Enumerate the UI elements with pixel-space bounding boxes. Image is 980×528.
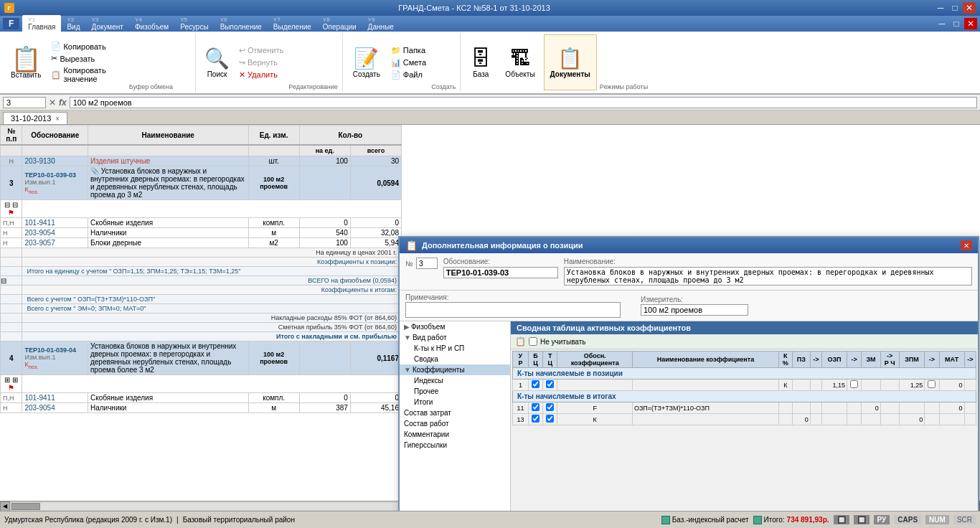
estimate-button[interactable]: 📊 Смета (389, 57, 428, 68)
copy-value-button[interactable]: 📋 Копировать значение (49, 65, 108, 84)
tab-execution[interactable]: Y6 Выполнение (215, 15, 268, 32)
coeff-section-pos: К-ты начисляемые в позиции (513, 368, 976, 380)
flag-icon: ⚑ (8, 209, 14, 217)
formula-bar: ✕ fx (0, 95, 980, 110)
tab-view[interactable]: Y2 Вид (61, 15, 85, 32)
expand-button[interactable]: ⊟ (4, 201, 10, 209)
formula-input[interactable] (70, 97, 977, 108)
notes-label: Примечания: (405, 293, 621, 301)
coeff-table: УР БЦ ТЦ Обосн.коэффициента Наименование… (512, 351, 976, 425)
redo-icon: ↪ (239, 58, 245, 67)
col-header-basis: Обоснование (22, 126, 88, 146)
expand-button2[interactable]: ⊟ (12, 201, 18, 209)
tree-item-indexes[interactable]: Индексы (400, 375, 510, 386)
scroll-left-button[interactable]: ◀ (0, 501, 10, 512)
table-row: Н 203-9057 Блоки дверные м2 100 5,94 (1, 238, 402, 248)
tab-resources[interactable]: Y5 Ресурсы (174, 15, 214, 32)
basis-input[interactable] (443, 267, 558, 278)
search-icon: 🔍 (204, 47, 230, 70)
table-row: Итого на единицу с учетом " ОЗП=1,15; ЗП… (1, 267, 402, 276)
copy-button[interactable]: 📄 Копировать (49, 41, 108, 52)
table-row: Всего с учетом " ОЗП=(ТЗ+ТЗМ)*110-ОЗП" (1, 295, 402, 304)
row1-cb-zpm[interactable] (928, 380, 936, 388)
documents-button[interactable]: 📋 Документы (544, 34, 597, 90)
not-count-checkbox[interactable] (529, 337, 537, 346)
tree-item-svodka[interactable]: Сводка (400, 354, 510, 364)
expand-button3[interactable]: ⊞ (4, 376, 10, 384)
tab-selection[interactable]: Y7 Выделение (268, 15, 317, 32)
row1-cb2[interactable] (546, 380, 554, 388)
copy-icon: 📄 (51, 42, 61, 51)
maximize-button[interactable]: □ (948, 2, 961, 14)
notes-textarea[interactable] (405, 302, 621, 318)
ribbon-close-button[interactable]: ✕ (964, 18, 977, 29)
row13-cb2[interactable] (546, 415, 554, 423)
row13-cb1[interactable] (532, 415, 540, 423)
delete-button[interactable]: ✕ Удалить (237, 70, 286, 80)
undo-button[interactable]: ↩ Отменить (237, 45, 286, 56)
dialog-close-button[interactable]: ✕ (961, 240, 972, 250)
folder-icon: 📁 (391, 46, 401, 55)
tree-item-physvolume[interactable]: ▶ Физобъем (400, 321, 510, 332)
close-button[interactable]: ✕ (963, 2, 976, 14)
objects-button[interactable]: 🏗 Объекты (499, 34, 540, 90)
cut-button[interactable]: ✂ Вырезать (49, 53, 108, 64)
search-button[interactable]: 🔍 Поиск (200, 34, 234, 90)
file-button[interactable]: 📄 Файл (389, 70, 428, 80)
scroll-thumb[interactable] (11, 503, 40, 510)
expand-button4[interactable]: ⊞ (12, 376, 18, 384)
minimize-button[interactable]: ─ (934, 2, 947, 14)
create-icon: 📝 (354, 47, 379, 70)
tab-document[interactable]: Y3 Документ (86, 15, 129, 32)
tree-item-worktype[interactable]: ▼ Вид работ (400, 332, 510, 343)
tab-main[interactable]: Y1 Главная (22, 15, 61, 32)
doc-tab-bar: 31-10-2013 × (0, 110, 980, 125)
tab-physvolume[interactable]: Y4 Физобъем (129, 15, 174, 32)
tree-item-other[interactable]: Прочее (400, 386, 510, 397)
tree-item-hyperlinks[interactable]: Гиперссылки (400, 440, 510, 451)
tree-item-coefficients[interactable]: ▼ Коэффициенты (400, 364, 510, 375)
collapse-button[interactable]: ⊟ (1, 277, 6, 285)
cancel-formula-button[interactable]: ✕ (49, 98, 56, 108)
total-indicator: Итого: 734 891,93р. (753, 516, 829, 524)
clipboard-label: Буфер обмена (111, 83, 191, 90)
row1-cb-ozp[interactable] (850, 380, 858, 388)
not-count-row: 📋 Не учитывать (511, 334, 978, 349)
redo-button[interactable]: ↪ Вернуть (237, 57, 286, 68)
basis-label: Обоснование: (443, 258, 558, 265)
create-button[interactable]: 📝 Создать (347, 34, 386, 90)
ribbon-minimize-button[interactable]: ─ (936, 18, 948, 29)
tree-item-knr[interactable]: К-ты к НР и СП (400, 343, 510, 354)
folder-button[interactable]: 📁 Папка (389, 45, 428, 56)
tree-item-comments[interactable]: Комментарии (400, 429, 510, 440)
table-row: Н 203-9130 Изделия штучные шт. 100 30 (1, 156, 402, 166)
num-input[interactable] (416, 258, 438, 269)
table-row: П,Н 101-9411 Скобяные изделия компл. 0 0 (1, 218, 402, 228)
row11-cb2[interactable] (546, 403, 554, 411)
table-row: Всего с учетом " ЭМ=0; ЗПМ=0; МАТ=0" (1, 304, 402, 314)
measure-input[interactable] (641, 304, 748, 316)
tree-item-totals[interactable]: Итоги (400, 397, 510, 407)
tab-data[interactable]: Y9 Данные (362, 15, 400, 32)
base-button[interactable]: 🗄 База (465, 34, 496, 90)
row11-cb1[interactable] (532, 403, 540, 411)
cell-reference-input[interactable] (3, 97, 46, 108)
row1-cb1[interactable] (532, 380, 540, 388)
tab-operations[interactable]: Y8 Операции (317, 15, 362, 32)
name-textarea[interactable]: Установка блоков в наружных и внутренних… (564, 267, 972, 286)
ribbon-maximize-button[interactable]: □ (950, 18, 963, 29)
ribbon-clipboard-group: 📋 Вставить 📄 Копировать ✂ Вырезать 📋 Коп… (1, 33, 196, 92)
num-indicator: NUM (925, 515, 949, 524)
doc-tab-close[interactable]: × (55, 115, 60, 123)
coeff-row-11: 11 F ОЗП=(ТЗ+ТЗМ)*110-ОЗП 0 (513, 402, 976, 414)
edit-label: Редактирование (288, 83, 338, 90)
file-menu-button[interactable]: F (3, 18, 19, 29)
paste-button[interactable]: 📋 Вставить (6, 34, 46, 90)
sheet-table: № п.п Обоснование Наименование Ед. изм. … (0, 125, 402, 413)
calc-mode-indicator: Баз.-индексный расчет (661, 516, 749, 524)
tree-item-work-comp[interactable]: Состав работ (400, 418, 510, 429)
status-territory: Базовый территориальный район (183, 516, 295, 524)
tree-item-cost-comp[interactable]: Состав затрат (400, 407, 510, 418)
doc-tab[interactable]: 31-10-2013 × (3, 112, 67, 124)
table-row: Коэффициенты к позиции: (1, 258, 402, 267)
